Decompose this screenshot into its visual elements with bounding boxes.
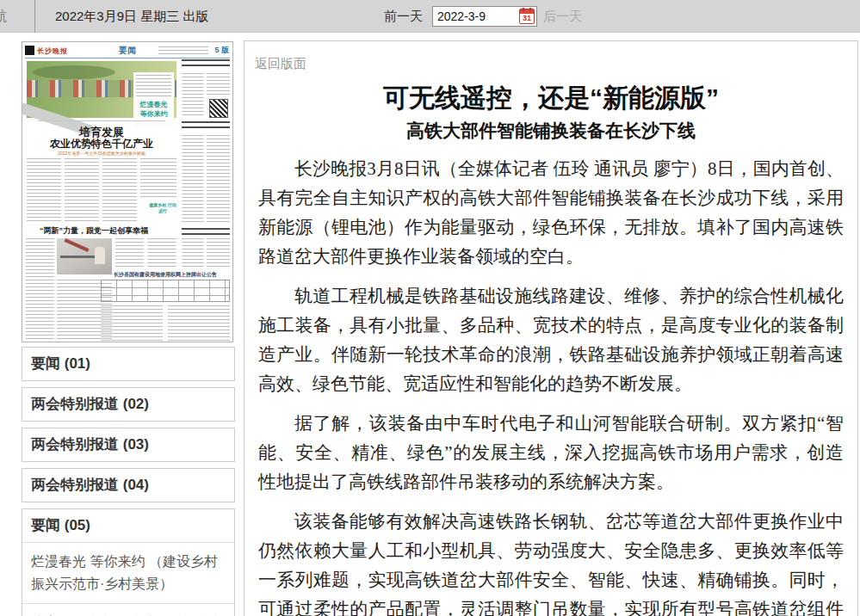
back-to-page-link[interactable]: 返回版面 [255, 56, 306, 72]
article-link[interactable]: 培育发展农业优势特色千亿产业 [22, 604, 234, 616]
sidebar-item-lianghui-03[interactable]: 两会特别报道 (03) [22, 428, 235, 462]
masthead-page-number: 5 版 [214, 45, 229, 56]
text-column [207, 135, 230, 225]
text-column [26, 238, 54, 342]
top-toolbar: 航 2022年3月9日 星期三 出版 前一天 31 后一天 [0, 0, 860, 33]
text-column [182, 238, 204, 268]
sidebar-item-lianghui-04[interactable]: 两会特别报道 (04) [22, 468, 235, 502]
right-column-headline [182, 59, 230, 70]
article-paragraph: 长沙晚报3月8日讯（全媒体记者 伍玲 通讯员 廖宁）8日，国内首创、具有完全自主… [258, 154, 844, 271]
photo-machine-beam [60, 256, 98, 258]
thumb-subhead: 2022年省委一号文件33条措施为乡村振兴赋能 [27, 151, 176, 157]
text-column [140, 158, 176, 200]
thumb-banner: 健康乡村 行动进行 [148, 202, 177, 214]
text-column [65, 158, 99, 224]
masthead-meta-lines [158, 46, 208, 54]
text-column [207, 73, 230, 95]
article-link[interactable]: 烂漫春光 等你来约 （建设乡村振兴示范市·乡村美景） [22, 543, 234, 604]
article-title: 可无线遥控，还是“新能源版” [253, 83, 849, 114]
article-paragraph: 该装备能够有效解决高速铁路长钢轨、岔芯等道岔大部件更换作业中仍然依赖大量人工和小… [258, 507, 844, 616]
photo-machine-arm [64, 238, 89, 252]
text-column [115, 238, 144, 268]
sidebar-item-yaowen-01[interactable]: 要闻 (01) [22, 347, 235, 381]
overlay-title-line2: 等你来约 [136, 109, 171, 119]
text-column [27, 158, 61, 224]
prev-day-button[interactable]: 前一天 [384, 0, 423, 33]
thumb-notice-title: 长沙县国有建设用地使用权网上挂牌出让公告 [101, 271, 230, 279]
sidebar-item-lianghui-02[interactable]: 两会特别报道 (02) [22, 387, 235, 422]
page-thumbnail[interactable]: 长沙晚报 要闻 5 版 烂漫春光 等你来约 培育发展 农业优势特色千亿产业 20… [22, 41, 233, 342]
right-column-headline [182, 228, 230, 235]
nav-label-fragment: 航 [0, 0, 7, 33]
calendar-icon[interactable]: 31 [519, 9, 535, 24]
text-column [168, 305, 230, 342]
masthead-rule [25, 58, 230, 59]
text-column [102, 158, 137, 224]
worker-photo [57, 238, 112, 274]
thumb-headline1-line2: 农业优势特色千亿产业 [27, 137, 176, 151]
next-day-button-disabled[interactable]: 后一天 [543, 0, 582, 33]
thumb-notice-table [101, 280, 230, 302]
text-column [101, 305, 163, 342]
article-body: 长沙晚报3月8日讯（全媒体记者 伍玲 通讯员 廖宁）8日，国内首创、具有完全自主… [258, 154, 844, 616]
overlay-text-lines [136, 75, 171, 97]
qr-code [209, 99, 228, 118]
overlay-title-line1: 烂漫春光 [136, 100, 171, 109]
aerial-photo: 烂漫春光 等你来约 [27, 61, 176, 118]
article-subtitle: 高铁大部件智能铺换装备在长沙下线 [253, 119, 849, 142]
right-column-headline [182, 121, 230, 132]
publish-date-label: 2022年3月9日 星期三 出版 [55, 0, 208, 33]
text-column [207, 238, 230, 268]
sidebar-current-section: 要闻 (05) 烂漫春光 等你来约 （建设乡村振兴示范市·乡村美景） 培育发展农… [22, 508, 235, 616]
article-paragraph: 轨道工程机械是铁路基础设施线路建设、维修、养护的综合性机械化施工装备，具有小批量… [258, 281, 844, 398]
text-column [182, 73, 204, 118]
text-column [147, 238, 176, 268]
photo-caption-line [38, 120, 165, 121]
calendar-icon-day: 31 [520, 14, 534, 23]
toolbar-divider [34, 0, 35, 33]
article-paragraph: 据了解，该装备由中车时代电子和山河智能联合研制。双方紧扣“智能、安全、精准、绿色… [258, 409, 844, 496]
thumb-headline2: “两新”力量，跟党一起创享幸福 [26, 225, 162, 237]
sidebar-item-yaowen-05[interactable]: 要闻 (05) [22, 509, 234, 543]
date-input[interactable] [433, 7, 516, 26]
article-panel: 返回版面 可无线遥控，还是“新能源版” 高铁大部件智能铺换装备在长沙下线 长沙晚… [244, 40, 858, 616]
photo-trees [33, 65, 115, 79]
text-column [182, 135, 204, 225]
sidebar: 长沙晚报 要闻 5 版 烂漫春光 等你来约 培育发展 农业优势特色千亿产业 20… [22, 41, 235, 616]
date-picker[interactable]: 31 [432, 6, 537, 27]
photo-overlay-box: 烂漫春光 等你来约 [133, 72, 174, 127]
photo-worker [95, 247, 105, 264]
